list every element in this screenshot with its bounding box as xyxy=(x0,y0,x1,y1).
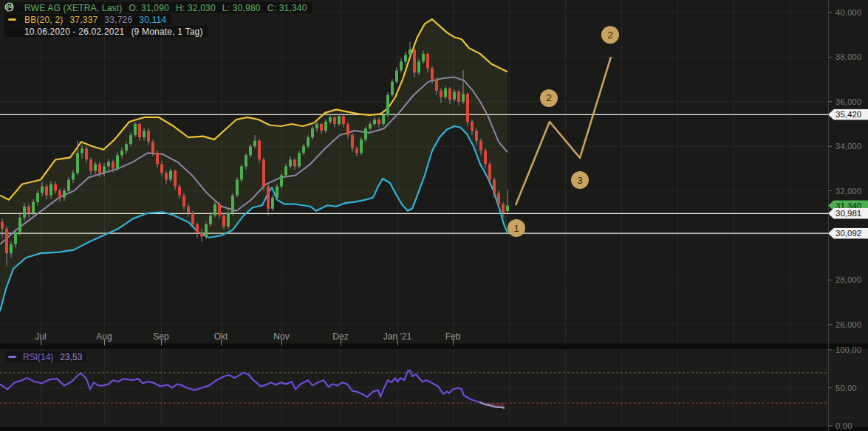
price-chart-canvas[interactable]: 1232 xyxy=(0,0,868,431)
rsi-value: 23,53 xyxy=(60,352,82,362)
svg-text:1: 1 xyxy=(513,223,519,234)
bollinger-upper-value: 37,337 xyxy=(70,15,98,25)
rsi-tick-50,00: 50,00 xyxy=(835,384,857,393)
svg-text:2: 2 xyxy=(607,30,612,41)
bollinger-middle-value: 33,726 xyxy=(104,15,132,25)
month-label-Sep: Sep xyxy=(153,331,168,342)
price-tick-28,000: 28,000 xyxy=(835,275,861,284)
panel-separator xyxy=(0,344,868,350)
wave-marker-1-0[interactable]: 1 xyxy=(508,219,525,237)
price-tick-40,000: 40,000 xyxy=(835,8,861,17)
bollinger-indicator-icon xyxy=(6,15,18,25)
price-tick-34,000: 34,000 xyxy=(835,142,861,151)
chart-legend: RWE AG (XETRA, Last) O: 31,090 H: 32,030… xyxy=(4,2,312,38)
bollinger-name: BB(20, 2) xyxy=(24,15,64,25)
rsi-tick-100,00: 100,00 xyxy=(835,345,861,354)
close-value: C: 31,340 xyxy=(267,3,307,13)
svg-text:3: 3 xyxy=(577,175,582,186)
rsi-legend-row[interactable]: RSI(14) 23,53 xyxy=(6,351,86,362)
level-badge-35,420: 35,420 xyxy=(828,109,868,120)
wave-marker-3-2[interactable]: 3 xyxy=(571,171,589,189)
wave-marker-2-1[interactable]: 2 xyxy=(540,89,558,107)
month-label-Dez: Dez xyxy=(332,331,348,342)
rsi-indicator-icon xyxy=(7,352,17,362)
chart-window: 1232 RWE AG (XETRA, Last) O: 31,090 H: 3… xyxy=(0,0,868,431)
price-tick-38,000: 38,000 xyxy=(835,52,861,61)
month-label-Nov: Nov xyxy=(273,331,289,342)
month-label-Feb: Feb xyxy=(445,331,461,342)
high-value: H: 32,030 xyxy=(176,3,216,13)
clock-icon xyxy=(6,27,18,37)
level-badge-30,092: 30,092 xyxy=(828,228,868,239)
date-range-duration: (9 Monate, 1 Tag) xyxy=(131,27,202,37)
open-value: O: 31,090 xyxy=(129,3,169,13)
month-label-Aug: Aug xyxy=(96,331,112,342)
symbol-legend-row[interactable]: RWE AG (XETRA, Last) O: 31,090 H: 32,030… xyxy=(4,2,312,13)
symbol-name: RWE AG (XETRA, Last) xyxy=(24,3,122,13)
low-value: L: 30,980 xyxy=(222,3,261,13)
month-label-Okt: Okt xyxy=(214,331,228,342)
price-tick-26,000: 26,000 xyxy=(835,320,861,329)
bollinger-lower-value: 30,114 xyxy=(139,15,166,25)
month-label-Jan '21: Jan '21 xyxy=(383,331,411,342)
rsi-name: RSI(14) xyxy=(23,352,53,362)
bottom-separator xyxy=(0,427,868,431)
date-range-row[interactable]: 10.06.2020 - 26.02.2021 (9 Monate, 1 Tag… xyxy=(4,26,208,37)
level-badge-30,981: 30,981 xyxy=(828,208,868,219)
price-tick-36,000: 36,000 xyxy=(835,97,861,106)
bollinger-legend-row[interactable]: BB(20, 2) 37,337 33,726 30,114 xyxy=(4,14,171,25)
wave-marker-2-3[interactable]: 2 xyxy=(601,26,619,44)
svg-text:2: 2 xyxy=(546,92,551,103)
month-label-Jul: Jul xyxy=(35,331,46,342)
price-tick-32,000: 32,000 xyxy=(835,187,861,196)
date-range-value: 10.06.2020 - 26.02.2021 xyxy=(24,27,124,37)
rsi-tick-0,00: 0,00 xyxy=(835,421,852,430)
